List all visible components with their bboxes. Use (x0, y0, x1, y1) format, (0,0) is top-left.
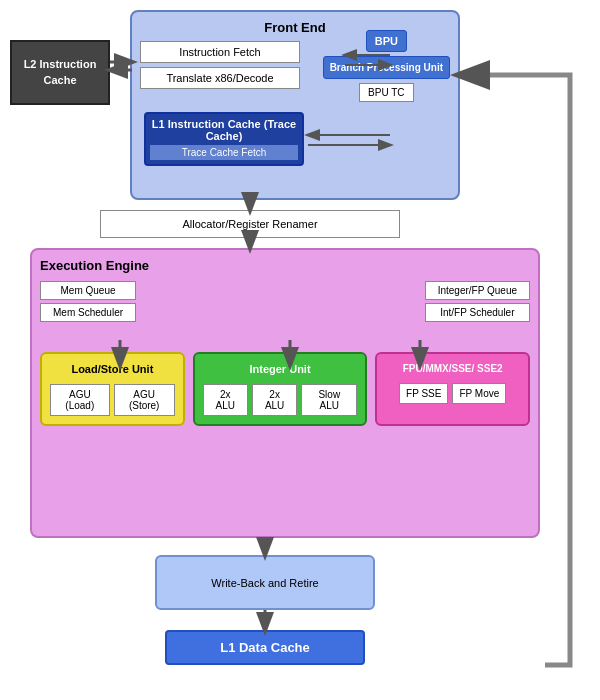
instruction-fetch-box: Instruction Fetch (140, 41, 300, 63)
fpu-unit: FPU/MMX/SSE/ SSE2 FP SSE FP Move (375, 352, 530, 426)
l1-data-cache-label: L1 Data Cache (220, 640, 310, 655)
l1-cache-title: L1 Instruction Cache (Trace Cache) (150, 118, 298, 142)
load-store-title: Load/Store Unit (50, 362, 175, 376)
diagram: L2 Instruction Cache Front End Instructi… (0, 0, 600, 700)
queue-section: Mem Queue Mem Scheduler Integer/FP Queue… (40, 281, 530, 322)
allocator-bar: Allocator/Register Renamer (100, 210, 400, 238)
writeback-label: Write-Back and Retire (211, 577, 318, 589)
translate-decode-label: Translate x86/Decode (166, 72, 273, 84)
fp-move-box: FP Move (452, 383, 506, 404)
alu1-label: 2x ALU (216, 389, 235, 411)
branch-processing-unit-text: Branch Processing Unit (330, 62, 443, 73)
agu-store-label: AGU (Store) (129, 389, 160, 411)
fpu-boxes: FP SSE FP Move (385, 383, 520, 404)
integer-unit-boxes: 2x ALU 2x ALU Slow ALU (203, 384, 358, 416)
fetch-decode-boxes: Instruction Fetch Translate x86/Decode (140, 41, 300, 89)
mem-scheduler-label: Mem Scheduler (53, 307, 123, 318)
execution-engine: Execution Engine Mem Queue Mem Scheduler… (30, 248, 540, 538)
int-fp-queue-box: Integer/FP Queue (425, 281, 530, 300)
bpu-tc-box: BPU TC (359, 83, 414, 102)
integer-unit-title: Integer Unit (203, 362, 358, 376)
alu1-box: 2x ALU (203, 384, 248, 416)
slow-alu-label: Slow ALU (318, 389, 340, 411)
mem-queue-label: Mem Queue (61, 285, 116, 296)
fp-move-label: FP Move (459, 388, 499, 399)
bpu-box: BPU (366, 30, 407, 52)
execution-engine-title: Execution Engine (40, 258, 530, 273)
mem-queue-group: Mem Queue Mem Scheduler (40, 281, 136, 322)
fp-sse-box: FP SSE (399, 383, 448, 404)
load-store-unit: Load/Store Unit AGU (Load) AGU (Store) (40, 352, 185, 426)
mem-queue-box: Mem Queue (40, 281, 136, 300)
agu-store-box: AGU (Store) (114, 384, 175, 416)
l1-data-cache: L1 Data Cache (165, 630, 365, 665)
branch-processing-unit-label: Branch Processing Unit (323, 56, 450, 79)
bpu-section: BPU Branch Processing Unit BPU TC (323, 30, 450, 102)
mem-scheduler-box: Mem Scheduler (40, 303, 136, 322)
fpu-title: FPU/MMX/SSE/ SSE2 (385, 362, 520, 375)
l2-cache-label: L2 Instruction Cache (12, 57, 108, 88)
load-store-boxes: AGU (Load) AGU (Store) (50, 384, 175, 416)
int-fp-queue-group: Integer/FP Queue Int/FP Scheduler (425, 281, 530, 322)
bpu-tc-label: BPU TC (368, 87, 405, 98)
integer-unit: Integer Unit 2x ALU 2x ALU Slow ALU (193, 352, 368, 426)
front-end-section: Front End Instruction Fetch Translate x8… (130, 10, 460, 200)
agu-load-box: AGU (Load) (50, 384, 110, 416)
slow-alu-box: Slow ALU (301, 384, 357, 416)
alu2-label: 2x ALU (265, 389, 284, 411)
int-fp-queue-label: Integer/FP Queue (438, 285, 517, 296)
instruction-fetch-label: Instruction Fetch (179, 46, 260, 58)
writeback-retire: Write-Back and Retire (155, 555, 375, 610)
int-fp-scheduler-box: Int/FP Scheduler (425, 303, 530, 322)
l1-instruction-cache: L1 Instruction Cache (Trace Cache) Trace… (144, 112, 304, 166)
bpu-label: BPU (375, 35, 398, 47)
translate-decode-box: Translate x86/Decode (140, 67, 300, 89)
allocator-label: Allocator/Register Renamer (182, 218, 317, 230)
int-fp-scheduler-label: Int/FP Scheduler (440, 307, 514, 318)
execution-units: Load/Store Unit AGU (Load) AGU (Store) I… (40, 352, 530, 426)
l2-instruction-cache: L2 Instruction Cache (10, 40, 110, 105)
agu-load-label: AGU (Load) (65, 389, 94, 411)
alu2-box: 2x ALU (252, 384, 297, 416)
trace-cache-fetch-label: Trace Cache Fetch (150, 145, 298, 160)
fp-sse-label: FP SSE (406, 388, 441, 399)
